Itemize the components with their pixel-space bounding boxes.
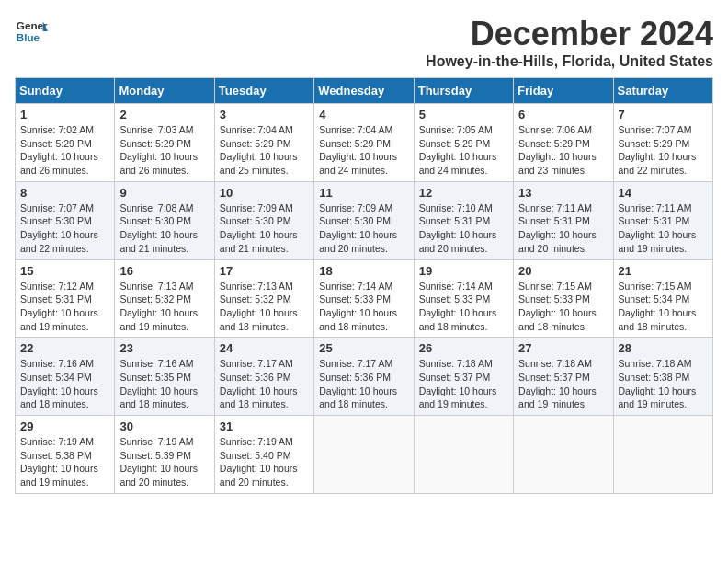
day-info: Sunrise: 7:16 AM Sunset: 5:35 PM Dayligh… (119, 357, 209, 411)
header: General Blue December 2024 Howey-in-the-… (15, 15, 713, 70)
day-info: Sunrise: 7:11 AM Sunset: 5:31 PM Dayligh… (518, 201, 608, 256)
location: Howey-in-the-Hills, Florida, United Stat… (426, 53, 713, 70)
calendar-header-row: SundayMondayTuesdayWednesdayThursdayFrid… (16, 78, 713, 104)
calendar-day-cell: 15 Sunrise: 7:12 AM Sunset: 5:31 PM Dayl… (16, 259, 115, 338)
calendar-day-cell: 2 Sunrise: 7:03 AM Sunset: 5:29 PM Dayli… (115, 104, 214, 182)
day-number: 21 (619, 264, 708, 278)
svg-text:Blue: Blue (17, 31, 40, 43)
calendar-day-cell: 14 Sunrise: 7:11 AM Sunset: 5:31 PM Dayl… (613, 181, 712, 259)
day-info: Sunrise: 7:18 AM Sunset: 5:37 PM Dayligh… (518, 357, 608, 411)
day-number: 22 (20, 341, 109, 355)
calendar-day-cell: 19 Sunrise: 7:14 AM Sunset: 5:33 PM Dayl… (414, 259, 513, 338)
day-info: Sunrise: 7:18 AM Sunset: 5:38 PM Dayligh… (619, 357, 708, 411)
day-number: 28 (619, 341, 708, 355)
calendar-day-cell: 25 Sunrise: 7:17 AM Sunset: 5:36 PM Dayl… (314, 338, 414, 416)
day-number: 16 (119, 264, 209, 278)
day-info: Sunrise: 7:04 AM Sunset: 5:29 PM Dayligh… (220, 123, 309, 178)
calendar-body: 1 Sunrise: 7:02 AM Sunset: 5:29 PM Dayli… (16, 104, 713, 494)
calendar-day-cell: 28 Sunrise: 7:18 AM Sunset: 5:38 PM Dayl… (613, 338, 712, 416)
calendar-day-cell (314, 416, 414, 494)
calendar-day-cell: 9 Sunrise: 7:08 AM Sunset: 5:30 PM Dayli… (115, 181, 214, 259)
calendar-header-cell: Friday (514, 78, 613, 104)
day-info: Sunrise: 7:14 AM Sunset: 5:33 PM Dayligh… (319, 280, 408, 334)
day-number: 12 (419, 186, 508, 200)
calendar-day-cell: 8 Sunrise: 7:07 AM Sunset: 5:30 PM Dayli… (16, 181, 115, 259)
day-number: 10 (220, 186, 309, 200)
day-info: Sunrise: 7:04 AM Sunset: 5:29 PM Dayligh… (319, 123, 408, 178)
day-number: 17 (220, 264, 309, 278)
day-info: Sunrise: 7:16 AM Sunset: 5:34 PM Dayligh… (20, 357, 109, 411)
day-info: Sunrise: 7:13 AM Sunset: 5:32 PM Dayligh… (119, 280, 209, 334)
calendar: SundayMondayTuesdayWednesdayThursdayFrid… (15, 77, 713, 494)
day-number: 1 (20, 108, 109, 121)
calendar-day-cell: 5 Sunrise: 7:05 AM Sunset: 5:29 PM Dayli… (414, 104, 513, 182)
calendar-day-cell: 30 Sunrise: 7:19 AM Sunset: 5:39 PM Dayl… (115, 416, 214, 494)
calendar-day-cell (414, 416, 513, 494)
calendar-week-row: 1 Sunrise: 7:02 AM Sunset: 5:29 PM Dayli… (16, 104, 713, 182)
calendar-day-cell: 18 Sunrise: 7:14 AM Sunset: 5:33 PM Dayl… (314, 259, 414, 338)
calendar-day-cell: 26 Sunrise: 7:18 AM Sunset: 5:37 PM Dayl… (414, 338, 513, 416)
day-info: Sunrise: 7:07 AM Sunset: 5:30 PM Dayligh… (20, 201, 109, 256)
calendar-day-cell: 22 Sunrise: 7:16 AM Sunset: 5:34 PM Dayl… (16, 338, 115, 416)
day-info: Sunrise: 7:17 AM Sunset: 5:36 PM Dayligh… (319, 357, 408, 411)
calendar-day-cell: 21 Sunrise: 7:15 AM Sunset: 5:34 PM Dayl… (613, 259, 712, 338)
calendar-day-cell: 24 Sunrise: 7:17 AM Sunset: 5:36 PM Dayl… (214, 338, 313, 416)
title-area: December 2024 Howey-in-the-Hills, Florid… (426, 15, 713, 70)
day-number: 4 (319, 108, 408, 121)
day-info: Sunrise: 7:12 AM Sunset: 5:31 PM Dayligh… (20, 280, 109, 334)
day-info: Sunrise: 7:03 AM Sunset: 5:29 PM Dayligh… (119, 123, 209, 178)
day-info: Sunrise: 7:13 AM Sunset: 5:32 PM Dayligh… (220, 280, 309, 334)
calendar-week-row: 29 Sunrise: 7:19 AM Sunset: 5:38 PM Dayl… (16, 416, 713, 494)
day-number: 24 (220, 341, 309, 355)
day-number: 6 (518, 108, 608, 121)
logo-icon: General Blue (15, 15, 48, 48)
month-title: December 2024 (426, 15, 713, 53)
logo: General Blue (15, 15, 48, 48)
day-info: Sunrise: 7:09 AM Sunset: 5:30 PM Dayligh… (319, 201, 408, 256)
day-number: 7 (619, 108, 708, 121)
day-info: Sunrise: 7:14 AM Sunset: 5:33 PM Dayligh… (419, 280, 508, 334)
calendar-header-cell: Saturday (613, 78, 712, 104)
calendar-day-cell: 11 Sunrise: 7:09 AM Sunset: 5:30 PM Dayl… (314, 181, 414, 259)
calendar-week-row: 8 Sunrise: 7:07 AM Sunset: 5:30 PM Dayli… (16, 181, 713, 259)
day-number: 3 (220, 108, 309, 121)
day-info: Sunrise: 7:15 AM Sunset: 5:33 PM Dayligh… (518, 280, 608, 334)
day-info: Sunrise: 7:09 AM Sunset: 5:30 PM Dayligh… (220, 201, 309, 256)
calendar-day-cell: 1 Sunrise: 7:02 AM Sunset: 5:29 PM Dayli… (16, 104, 115, 182)
calendar-day-cell (613, 416, 712, 494)
calendar-day-cell: 12 Sunrise: 7:10 AM Sunset: 5:31 PM Dayl… (414, 181, 513, 259)
calendar-day-cell: 13 Sunrise: 7:11 AM Sunset: 5:31 PM Dayl… (514, 181, 613, 259)
day-info: Sunrise: 7:17 AM Sunset: 5:36 PM Dayligh… (220, 357, 309, 411)
calendar-day-cell: 31 Sunrise: 7:19 AM Sunset: 5:40 PM Dayl… (214, 416, 313, 494)
day-number: 30 (119, 419, 209, 433)
day-info: Sunrise: 7:19 AM Sunset: 5:39 PM Dayligh… (119, 435, 209, 489)
calendar-day-cell: 6 Sunrise: 7:06 AM Sunset: 5:29 PM Dayli… (514, 104, 613, 182)
day-number: 9 (119, 186, 209, 200)
day-info: Sunrise: 7:06 AM Sunset: 5:29 PM Dayligh… (518, 123, 608, 178)
day-number: 31 (220, 419, 309, 433)
day-info: Sunrise: 7:15 AM Sunset: 5:34 PM Dayligh… (619, 280, 708, 334)
calendar-header-cell: Monday (115, 78, 214, 104)
calendar-day-cell: 4 Sunrise: 7:04 AM Sunset: 5:29 PM Dayli… (314, 104, 414, 182)
calendar-day-cell: 29 Sunrise: 7:19 AM Sunset: 5:38 PM Dayl… (16, 416, 115, 494)
day-info: Sunrise: 7:10 AM Sunset: 5:31 PM Dayligh… (419, 201, 508, 256)
day-number: 18 (319, 264, 408, 278)
calendar-header-cell: Thursday (414, 78, 513, 104)
calendar-day-cell: 16 Sunrise: 7:13 AM Sunset: 5:32 PM Dayl… (115, 259, 214, 338)
calendar-day-cell: 10 Sunrise: 7:09 AM Sunset: 5:30 PM Dayl… (214, 181, 313, 259)
day-info: Sunrise: 7:02 AM Sunset: 5:29 PM Dayligh… (20, 123, 109, 178)
calendar-day-cell: 3 Sunrise: 7:04 AM Sunset: 5:29 PM Dayli… (214, 104, 313, 182)
day-info: Sunrise: 7:18 AM Sunset: 5:37 PM Dayligh… (419, 357, 508, 411)
day-number: 23 (119, 341, 209, 355)
calendar-header-cell: Wednesday (314, 78, 414, 104)
day-number: 26 (419, 341, 508, 355)
day-info: Sunrise: 7:19 AM Sunset: 5:38 PM Dayligh… (20, 435, 109, 489)
day-number: 27 (518, 341, 608, 355)
day-number: 15 (20, 264, 109, 278)
day-number: 19 (419, 264, 508, 278)
day-info: Sunrise: 7:11 AM Sunset: 5:31 PM Dayligh… (619, 201, 708, 256)
calendar-day-cell: 20 Sunrise: 7:15 AM Sunset: 5:33 PM Dayl… (514, 259, 613, 338)
calendar-header-cell: Tuesday (214, 78, 313, 104)
day-number: 20 (518, 264, 608, 278)
day-number: 8 (20, 186, 109, 200)
